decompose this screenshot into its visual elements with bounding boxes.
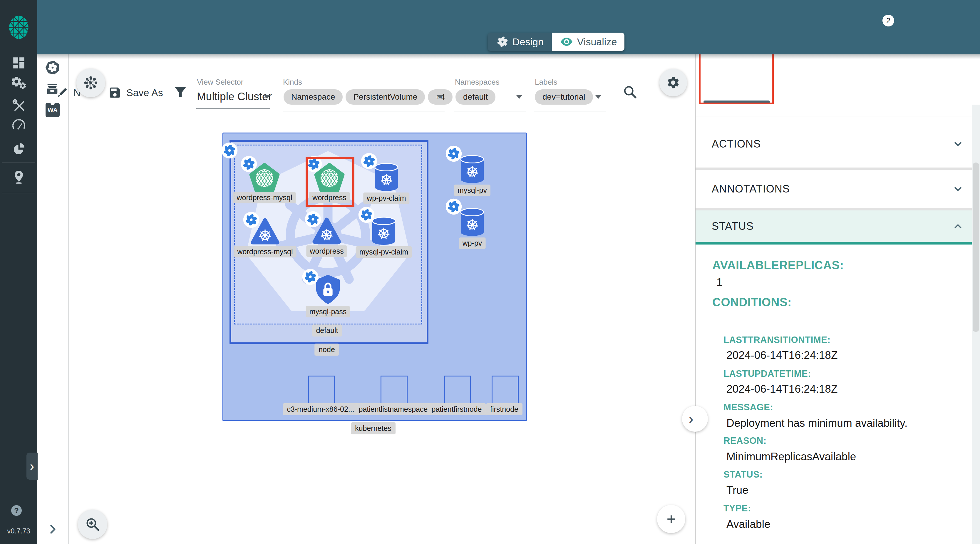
- node-host-patientlistnamespace[interactable]: [380, 375, 407, 404]
- condition-key-reason: REASON:: [724, 436, 766, 446]
- wasm-filters-icon[interactable]: WA: [46, 103, 60, 117]
- labels-underline: [534, 111, 606, 111]
- network-graph-icon: [83, 75, 99, 91]
- condition-value-message: Deployment has minimum availability.: [726, 417, 907, 429]
- namespaces-underline: [454, 111, 526, 111]
- panel-divider: [695, 116, 979, 116]
- node-label: wp-pv-claim: [363, 192, 409, 204]
- sidebar-item-configuration[interactable]: [11, 98, 26, 113]
- kinds-arrow-icon[interactable]: [437, 95, 443, 99]
- panel-scrollbar-thumb[interactable]: [973, 162, 979, 332]
- kinds-chips: Namespace PersistentVolume +4: [283, 89, 455, 105]
- rail-expand-chevron-icon[interactable]: [46, 523, 59, 536]
- meshery-badge-icon: [305, 156, 322, 172]
- zoom-in-fab[interactable]: [78, 510, 107, 539]
- edit-pencil-icon[interactable]: [56, 87, 68, 99]
- design-label: Design: [512, 36, 544, 48]
- node-pvc-mysql-pv-claim[interactable]: mysql-pv-claim: [371, 216, 397, 247]
- tab-visualize[interactable]: Visualize: [552, 33, 624, 51]
- status-key-conditions: CONDITIONS:: [712, 296, 792, 309]
- app-version: v0.7.73: [0, 527, 37, 535]
- namespace-label: default: [312, 324, 342, 337]
- node-pod-wordpress[interactable]: wordpress: [312, 216, 342, 247]
- pv-icon: [459, 207, 485, 237]
- sidebar-item-extensions[interactable]: [11, 140, 26, 155]
- meshery-designs-icon[interactable]: [46, 60, 60, 75]
- accordion-actions[interactable]: ACTIONS: [695, 121, 979, 167]
- sidebar-item-playground[interactable]: [11, 170, 26, 185]
- sidebar-item-lifecycle[interactable]: [11, 77, 26, 91]
- visualize-label: Visualize: [577, 36, 617, 48]
- add-fab[interactable]: +: [657, 505, 685, 533]
- host-label: patientfirstnode: [428, 403, 486, 415]
- context-count-badge[interactable]: 2: [883, 15, 894, 27]
- left-nav: › ? v0.7.73: [0, 0, 37, 544]
- node-label: wordpress: [309, 192, 350, 204]
- condition-value-lastupdatetime: 2024-06-14T16:24:18Z: [726, 383, 838, 395]
- cluster-label-tag: kubernetes: [351, 422, 396, 434]
- node-pv-wp-pv[interactable]: wp-pv: [459, 207, 485, 239]
- node-label-tag: node: [314, 344, 339, 356]
- mode-toggle: Design Visualize: [488, 33, 624, 51]
- save-as-button[interactable]: Save As: [108, 86, 163, 99]
- condition-value-reason: MinimumReplicasAvailable: [726, 450, 856, 463]
- node-pod-wordpress-mysql[interactable]: wordpress-mysql: [250, 217, 280, 248]
- accordion-actions-label: ACTIONS: [712, 138, 761, 150]
- help-icon: ?: [14, 506, 19, 515]
- panel-collapse-button[interactable]: ›: [682, 406, 708, 432]
- condition-key-type: TYPE:: [724, 503, 751, 514]
- layout-graph-fab[interactable]: [76, 68, 105, 97]
- kind-chip[interactable]: PersistentVolume: [345, 89, 425, 105]
- view-selector-arrow-icon[interactable]: [264, 95, 270, 99]
- meshery-badge-icon: [240, 156, 258, 172]
- sidebar-item-dashboard[interactable]: [11, 56, 26, 70]
- node-deployment-wordpress-mysql[interactable]: wordpress-mysql: [249, 162, 280, 194]
- labels-label: Labels: [535, 78, 557, 87]
- view-selector-value[interactable]: Multiple Cluster: [197, 91, 272, 103]
- label-chip[interactable]: dev=tutorial: [535, 89, 593, 105]
- node-host-firstnode[interactable]: [492, 375, 519, 404]
- node-host-patientfirstnode[interactable]: [444, 375, 471, 404]
- status-value-availablereplicas: 1: [716, 276, 722, 289]
- sidebar-item-performance[interactable]: [11, 118, 26, 132]
- chevron-right-icon: ›: [689, 411, 693, 427]
- kinds-label: Kinds: [283, 78, 302, 87]
- accordion-annotations[interactable]: ANNOTATIONS: [695, 170, 979, 208]
- condition-key-status: STATUS:: [724, 469, 762, 480]
- accordion-status[interactable]: STATUS: [695, 210, 979, 245]
- meshery-badge-icon: [302, 268, 319, 285]
- tab-design[interactable]: Design: [488, 33, 552, 51]
- meshery-logo-icon: [6, 15, 32, 40]
- node-host-c3-medium[interactable]: [308, 375, 335, 404]
- design-pinwheel-icon: [496, 35, 509, 48]
- meshery-logo[interactable]: [0, 0, 37, 54]
- node-label: wordpress: [306, 245, 347, 257]
- sidebar-expand-button[interactable]: ›: [27, 453, 38, 480]
- filter-icon[interactable]: [172, 84, 188, 100]
- search-icon[interactable]: [623, 84, 637, 99]
- node-label: mysql-pv-claim: [356, 246, 412, 258]
- view-selector-underline: [196, 108, 270, 109]
- condition-value-status: True: [726, 484, 748, 496]
- node-deployment-wordpress[interactable]: wordpress: [314, 162, 345, 194]
- meshery-badge-icon: [243, 211, 260, 228]
- host-label: patientlistnamespace: [355, 403, 432, 415]
- visualize-eye-icon: [560, 37, 574, 47]
- condition-value-lasttransitiontime: 2024-06-14T16:24:18Z: [726, 349, 838, 361]
- wasm-notch: [51, 101, 55, 105]
- condition-key-lasttransitiontime: LASTTRANSITIONTIME:: [724, 335, 830, 345]
- node-pvc-wp-pv-claim[interactable]: wp-pv-claim: [374, 162, 399, 194]
- namespaces-chips: default: [455, 89, 498, 105]
- sidebar-divider-2: [2, 193, 35, 193]
- node-pv-mysql-pv[interactable]: mysql-pv: [459, 154, 485, 186]
- namespace-chip[interactable]: default: [455, 89, 495, 105]
- labels-arrow-icon[interactable]: [595, 95, 601, 99]
- kind-chip[interactable]: Namespace: [283, 89, 343, 105]
- accordion-divider: [695, 208, 979, 210]
- canvas-settings-fab[interactable]: [659, 69, 687, 96]
- meshery-badge-icon: [304, 211, 321, 228]
- help-button[interactable]: ?: [11, 505, 22, 516]
- namespaces-arrow-icon[interactable]: [516, 95, 522, 99]
- sidebar-divider-1: [2, 162, 35, 162]
- node-secret-mysql-pass[interactable]: mysql-pass: [313, 274, 342, 307]
